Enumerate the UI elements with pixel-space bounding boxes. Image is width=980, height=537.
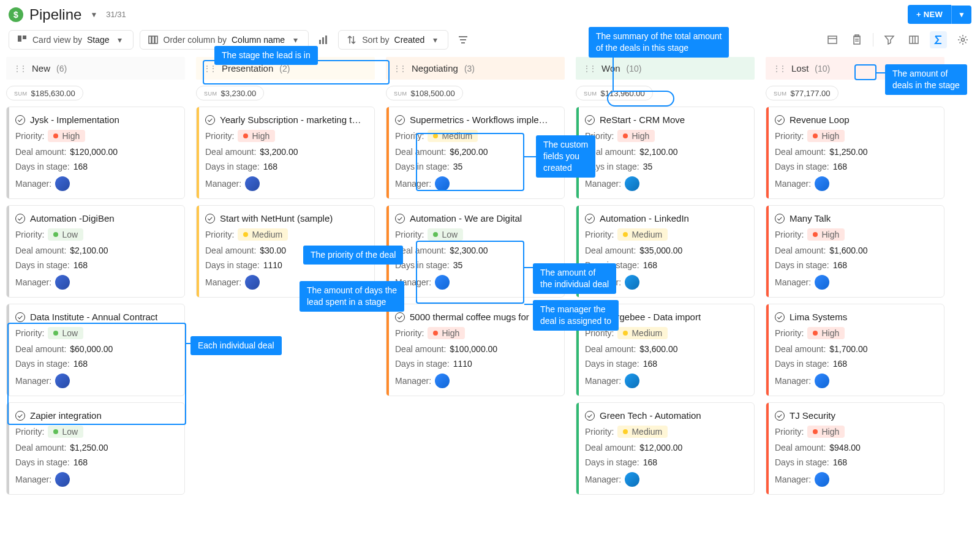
priority-dot-icon [433,331,438,336]
priority-value: High [631,131,649,141]
column-header[interactable]: ⋮⋮ New (6) [6,57,185,80]
amount-row: Deal amount: $1,600.00 [775,246,937,255]
clipboard-icon[interactable] [848,31,865,48]
priority-value: High [821,427,839,437]
new-button-dropdown[interactable]: ▼ [951,6,971,24]
check-circle-icon [395,312,405,322]
column-count: (6) [56,64,67,73]
amount-label: Deal amount: [395,147,446,157]
tooltip-individual-amount: The amount of the individual deal [533,263,616,294]
svg-rect-2 [149,36,151,43]
gear-icon[interactable] [954,31,971,48]
priority-value: Medium [631,230,662,239]
days-row: Days in stage: 168 [775,457,937,467]
chart-icon-button[interactable] [315,31,332,48]
deal-card[interactable]: Revenue Loop Priority: High Deal amount:… [766,107,944,199]
drag-handle-icon[interactable]: ⋮⋮ [393,64,405,73]
drag-handle-icon[interactable]: ⋮⋮ [583,64,595,73]
amount-row: Deal amount: $1,250.00 [15,443,177,453]
manager-avatar[interactable] [55,374,70,388]
priority-row: Priority: Medium [585,228,747,241]
new-button-group: + NEW ▼ [908,5,971,24]
sort-prefix: Sort by [362,35,389,45]
sum-pill: sum $113,960.00 [576,86,653,100]
tooltip-manager-assigned: The manager the deal is assigned to [533,300,619,331]
deal-card[interactable]: Yearly Subscription - marketing t… Prior… [196,107,375,199]
manager-label: Manager: [585,475,621,484]
deal-card[interactable]: Lima Systems Priority: High Deal amount:… [766,304,944,396]
amount-label: Deal amount: [15,443,66,453]
toolbar-right [824,31,971,48]
chevron-down-icon: ▾ [429,34,440,45]
new-button[interactable]: + NEW [908,5,951,24]
manager-avatar[interactable] [815,472,829,487]
tooltip-deal-count: The amount of deals in the stage [885,64,967,95]
manager-row: Manager: [15,472,177,487]
column-header[interactable]: ⋮⋮ Negotiating (3) [386,57,565,80]
manager-avatar[interactable] [625,472,639,487]
drag-handle-icon[interactable]: ⋮⋮ [13,64,26,73]
deal-card[interactable]: Jysk - Implementation Priority: High Dea… [6,107,185,199]
manager-avatar[interactable] [625,275,639,290]
priority-row: Priority: High [775,228,937,241]
manager-avatar[interactable] [55,472,70,487]
manager-label: Manager: [15,277,51,287]
days-row: Days in stage: 35 [585,162,747,171]
svg-rect-5 [319,40,321,44]
manager-avatar[interactable] [435,176,450,191]
card-layout-icon[interactable] [824,31,841,48]
priority-label: Priority: [395,328,424,338]
amount-label: Deal amount: [775,443,826,453]
drag-handle-icon[interactable]: ⋮⋮ [773,64,785,73]
days-row: Days in stage: 168 [205,162,367,171]
amount-row: Deal amount: $948.00 [775,443,937,453]
manager-avatar[interactable] [55,275,70,290]
deal-card[interactable]: Automation -DigiBen Priority: Low Deal a… [6,205,185,298]
amount-row: Deal amount: $35,000.00 [585,246,747,255]
columns-icon [148,34,159,45]
card-view-pill[interactable]: Card view by Stage ▾ [9,30,134,50]
card-name: Automation -DigiBen [30,213,115,223]
manager-avatar[interactable] [435,374,450,388]
connector [524,156,536,157]
priority-dot-icon [53,331,58,336]
amount-label: Deal amount: [775,246,826,255]
connector [524,267,533,268]
manager-avatar[interactable] [625,176,639,191]
priority-dot-icon [813,331,818,336]
order-prefix: Order column by [164,35,227,45]
drag-handle-icon[interactable]: ⋮⋮ [203,64,216,73]
manager-avatar[interactable] [245,176,260,191]
sigma-sum-icon[interactable] [930,31,947,48]
deal-card[interactable]: Zapier integration Priority: Low Deal am… [6,402,185,495]
deal-card[interactable]: Many Talk Priority: High Deal amount: $1… [766,205,944,298]
priority-value: Medium [631,328,662,338]
card-color-bar [197,206,199,297]
days-label: Days in stage: [585,457,639,467]
deal-card[interactable]: Green Tech - Automation Priority: Medium… [576,402,755,495]
manager-row: Manager: [15,374,177,388]
days-value: 35 [453,260,463,270]
manager-avatar[interactable] [815,374,829,388]
sum-value: $3,230.00 [221,89,257,98]
card-color-bar [7,304,9,396]
manager-avatar[interactable] [245,275,260,290]
connector [524,304,533,305]
manager-avatar[interactable] [815,275,829,290]
manager-avatar[interactable] [815,176,829,191]
deal-card[interactable]: TJ Security Priority: High Deal amount: … [766,402,944,495]
title-dropdown-icon[interactable]: ▼ [88,8,100,21]
card-title-row: Jysk - Implementation [15,115,177,125]
amount-row: Deal amount: $2,300.00 [395,246,557,255]
column-header[interactable]: ⋮⋮ Won (10) [576,57,755,80]
columns-toggle-icon[interactable] [905,31,922,48]
funnel-icon[interactable] [881,31,898,48]
sort-pill[interactable]: Sort by Created ▾ [338,30,448,50]
deal-card[interactable]: ReStart - CRM Move Priority: High Deal a… [576,107,755,199]
manager-avatar[interactable] [625,374,639,388]
filter-lines-icon[interactable] [454,31,472,48]
deal-card[interactable]: Data Institute - Annual Contract Priorit… [6,304,185,396]
priority-badge: High [617,130,655,142]
manager-avatar[interactable] [435,275,450,290]
manager-avatar[interactable] [55,176,70,191]
